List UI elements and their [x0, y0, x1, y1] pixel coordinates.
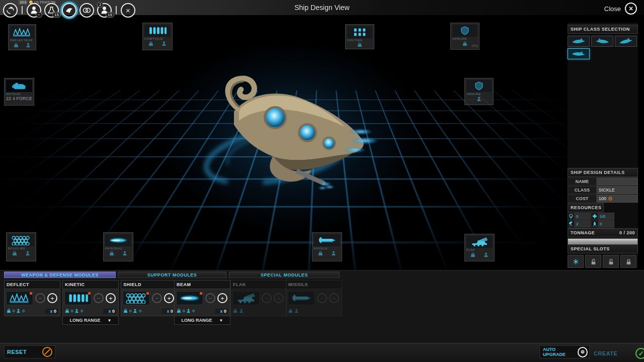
- resource-cell: 2: [568, 220, 591, 227]
- crew-icon: [162, 41, 167, 46]
- special-slot-active[interactable]: [568, 255, 584, 268]
- missile-module-icon: [288, 291, 315, 305]
- ship-class-thumb-2[interactable]: [591, 36, 613, 47]
- military-icon: [65, 6, 73, 15]
- weight-icon: [14, 43, 19, 48]
- name-label: NAME: [568, 177, 597, 186]
- slot-deflector[interactable]: DEFLECTEUR: [8, 24, 36, 50]
- sensor-icon: [569, 221, 574, 226]
- module-card-deflect[interactable]: DEFLECT − + 0 0 x 0: [4, 280, 60, 316]
- diplomacy-icon: [83, 6, 91, 15]
- tab-special-modules[interactable]: SPECIAL MODULES: [229, 272, 340, 278]
- tier-badge: [88, 292, 91, 295]
- crew-icon: [592, 221, 597, 226]
- ship-class-thumb-selected[interactable]: [568, 48, 590, 59]
- diplomacy-button[interactable]: [79, 3, 94, 18]
- module-count: x 0: [44, 309, 58, 314]
- cost-label: COST: [568, 195, 597, 203]
- reset-button[interactable]: RESET: [4, 345, 55, 358]
- module-card-shield[interactable]: SHIELD − + 0 0 x 0: [121, 280, 177, 316]
- remove-module-button: −: [262, 293, 272, 303]
- research-button[interactable]: 15: [44, 3, 59, 18]
- confirm-check-icon: ✓: [635, 348, 644, 359]
- module-card-kinetic[interactable]: KINETIC − + 0 0 x 0 LONG RANGE▼: [62, 280, 119, 325]
- range-dropdown[interactable]: LONG RANGE▼: [63, 316, 118, 324]
- tonnage-value: 0 / 200: [619, 230, 635, 235]
- close-button[interactable]: Close ×: [604, 3, 637, 15]
- slot-armor-top[interactable]: ARMURE ITV: [450, 23, 479, 50]
- remove-module-button[interactable]: −: [205, 293, 215, 303]
- weight-icon: [357, 42, 362, 47]
- weight-icon: [109, 251, 114, 256]
- slot-kinetic[interactable]: CINETIQUE: [142, 23, 173, 50]
- class-value: SICKLE: [597, 186, 638, 194]
- military-button[interactable]: [62, 3, 76, 18]
- tab-weapon-defense-modules[interactable]: WEAPON & DEFENSE MODULES: [4, 272, 116, 278]
- beam-icon: [105, 234, 131, 246]
- create-button[interactable]: CREATE ✓: [594, 348, 644, 359]
- crew-icon: [122, 251, 127, 256]
- auto-upgrade-button[interactable]: AUTO UPGRADE ⚙: [539, 345, 590, 358]
- name-field[interactable]: [597, 177, 638, 186]
- slot-missile[interactable]: MISSILE: [312, 232, 342, 261]
- footer-bar: RESET AUTO UPGRADE ⚙ CREATE ✓: [0, 343, 644, 362]
- crew-icon: [133, 309, 137, 313]
- add-module-button[interactable]: +: [47, 293, 57, 303]
- health-icon: [592, 214, 597, 219]
- lock-icon: [625, 258, 632, 265]
- galaxy-button[interactable]: [3, 3, 18, 18]
- add-module-button[interactable]: +: [106, 293, 116, 303]
- ship-class-thumb-1[interactable]: [568, 36, 590, 47]
- ship-class-thumb-3[interactable]: [615, 36, 637, 47]
- menu-button[interactable]: ×: [121, 3, 135, 18]
- weight-icon: [7, 309, 11, 313]
- auto-upgrade-icon: ⚙: [578, 347, 588, 357]
- ship-design-view: DEFLECTEUR CINETIQUE SOUTIEN ARMURE ITV …: [0, 0, 644, 362]
- remove-module-button[interactable]: −: [35, 293, 45, 303]
- remove-module-button: −: [317, 293, 327, 303]
- tab-support-modules[interactable]: SUPPORT MODULES: [118, 272, 226, 278]
- industry-icon: ⚙: [608, 197, 613, 201]
- crew-icon: [26, 43, 31, 48]
- resource-cell: 1/0: [591, 213, 614, 220]
- engine-icon: [6, 80, 32, 92]
- slot-support[interactable]: SOUTIEN: [345, 24, 374, 49]
- add-module-button: +: [329, 293, 339, 303]
- cost-value: 100⚙: [597, 195, 638, 203]
- module-card-missile: MISSILE − +: [286, 280, 342, 316]
- tier-badge: [146, 292, 149, 295]
- module-count: x 0: [160, 309, 175, 314]
- remove-module-button[interactable]: −: [94, 293, 104, 303]
- crew-icon: [331, 251, 336, 256]
- module-card-beam[interactable]: BEAM − + 0 0 x 0 LONG RANGE▼: [174, 280, 230, 325]
- weight-icon: [177, 309, 181, 313]
- special-slot-unlocked[interactable]: [585, 255, 601, 268]
- ship-render[interactable]: [199, 70, 390, 201]
- crew-icon: [186, 309, 191, 313]
- special-slot-unlocked[interactable]: [603, 255, 619, 268]
- population-button[interactable]: 215: [97, 3, 112, 18]
- crew-icon: [74, 309, 79, 313]
- slot-shield[interactable]: BOUCLIER: [6, 232, 36, 261]
- slot-armor-right[interactable]: ARMURE: [464, 78, 494, 105]
- slot-flak[interactable]: FLAK: [464, 234, 495, 261]
- module-count: x 0: [214, 309, 228, 314]
- ship-thumbnail-icon: [618, 37, 634, 46]
- slot-engine[interactable]: MOTEUR 224 FORCE: [4, 78, 34, 106]
- remove-module-button[interactable]: −: [152, 293, 162, 303]
- tonnage-label: TONNAGE: [571, 230, 595, 235]
- weight-icon: [470, 252, 475, 257]
- armor-icon: [466, 80, 492, 92]
- ship-class-selection-panel: SHIP CLASS SELECTION: [568, 25, 638, 59]
- resources-label: RESOURCES: [568, 203, 604, 212]
- add-module-button[interactable]: +: [164, 293, 174, 303]
- add-module-button[interactable]: +: [217, 293, 227, 303]
- empire-button[interactable]: −: [27, 3, 41, 18]
- range-dropdown[interactable]: LONG RANGE▼: [175, 316, 230, 324]
- close-icon: ×: [625, 3, 637, 15]
- panel-header: SHIP DESIGN DETAILS: [568, 168, 638, 177]
- add-module-button: +: [274, 293, 284, 303]
- slot-beam[interactable]: FAISCEAU: [103, 232, 133, 261]
- ship-3d-viewport[interactable]: DEFLECTEUR CINETIQUE SOUTIEN ARMURE ITV …: [0, 15, 644, 270]
- ship-design-details-panel: SHIP DESIGN DETAILS NAME CLASS SICKLE CO…: [568, 168, 638, 235]
